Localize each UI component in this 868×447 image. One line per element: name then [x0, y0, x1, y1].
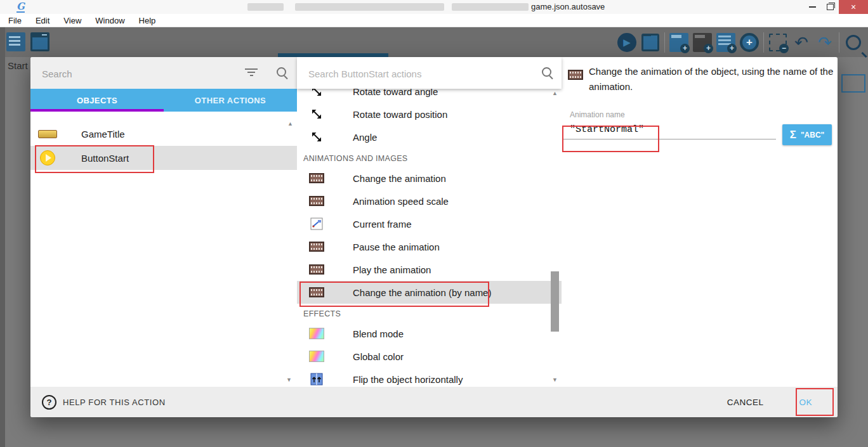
- sigma-icon: Σ: [790, 129, 796, 141]
- close-button[interactable]: ×: [839, 0, 868, 14]
- debug-icon[interactable]: [641, 33, 660, 52]
- panel-edge: [0, 27, 5, 447]
- action-label: Blend mode: [353, 328, 404, 339]
- action-label: Flip the object horizontally: [353, 374, 463, 385]
- field-label: Animation name: [570, 110, 625, 119]
- film-icon: [308, 173, 325, 183]
- action-label: Rotate toward position: [353, 109, 447, 120]
- film-icon: [308, 242, 325, 252]
- minimize-button[interactable]: [803, 0, 821, 14]
- search-icon[interactable]: [542, 67, 551, 77]
- objects-search-bar: [30, 57, 297, 89]
- actions-search-bar: [297, 57, 562, 89]
- scrollbar-thumb[interactable]: [551, 271, 559, 332]
- add-icon[interactable]: +: [740, 33, 759, 52]
- rotate-icon: [308, 131, 325, 143]
- flip-icon: [308, 373, 325, 385]
- add-event-icon[interactable]: +: [669, 33, 688, 52]
- expression-editor-label: "ABC": [801, 131, 824, 139]
- action-label: Change the animation: [353, 173, 446, 184]
- objects-search-input[interactable]: [41, 63, 233, 84]
- color-icon: [308, 328, 325, 339]
- filter-icon[interactable]: [245, 68, 258, 77]
- action-description: Change the animation of the object, usin…: [589, 64, 838, 94]
- action-row[interactable]: Flip the object horizontally: [297, 368, 562, 387]
- tab-other-actions[interactable]: OTHER ACTIONS: [164, 89, 297, 112]
- instruction-editor-dialog: OBJECTS OTHER ACTIONS GameTitleButtonSta…: [30, 57, 838, 417]
- tab-objects[interactable]: OBJECTS: [30, 89, 164, 112]
- film-icon: [308, 196, 325, 206]
- film-icon: [568, 70, 583, 80]
- action-label: Angle: [353, 132, 377, 143]
- annotation-box-change-animation-by-name: [299, 282, 489, 307]
- toolbar-separator: [763, 32, 764, 53]
- action-row[interactable]: Rotate toward position: [297, 103, 562, 126]
- annotation-box-animation-name-field: [562, 126, 659, 152]
- action-row[interactable]: Animation speed scale: [297, 190, 562, 212]
- section-header: ANIMATIONS AND IMAGES: [297, 148, 562, 167]
- restore-button[interactable]: [821, 0, 839, 14]
- annotation-box-buttonstart: [35, 145, 154, 173]
- redacted-title-block: [452, 3, 529, 11]
- object-tabs: OBJECTS OTHER ACTIONS: [30, 89, 297, 112]
- scene-editor-icon[interactable]: [30, 32, 49, 51]
- scroll-down-icon[interactable]: ▼: [286, 377, 292, 383]
- film-icon: [308, 264, 325, 275]
- delete-event-icon[interactable]: −: [768, 33, 787, 52]
- menu-file[interactable]: File: [1, 16, 29, 25]
- redacted-title-block: [295, 3, 444, 11]
- action-row[interactable]: Current frame: [297, 212, 562, 235]
- action-label: Play the animation: [353, 264, 431, 275]
- action-label: Pause the animation: [353, 242, 440, 252]
- add-subevent-icon[interactable]: +: [693, 33, 712, 52]
- action-row[interactable]: Angle: [297, 126, 562, 148]
- scroll-up-icon[interactable]: ▲: [552, 90, 558, 96]
- dialog-footer: ? HELP FOR THIS ACTION CANCEL OK: [30, 387, 838, 417]
- events-sheet-icon[interactable]: [6, 32, 25, 51]
- menu-window[interactable]: Window: [88, 16, 131, 25]
- background-tab-label: Start: [8, 60, 28, 71]
- frame-icon: [308, 217, 325, 230]
- background-input-outline: [841, 74, 865, 93]
- undo-icon[interactable]: ↶: [792, 33, 811, 52]
- action-row[interactable]: Play the animation: [297, 258, 562, 281]
- actions-list: Rotate toward angleRotate toward positio…: [297, 57, 562, 387]
- action-label: Animation speed scale: [353, 196, 449, 207]
- scroll-up-icon[interactable]: ▲: [287, 120, 293, 127]
- redo-icon[interactable]: ↷: [815, 33, 834, 52]
- object-label: GameTitle: [81, 129, 125, 139]
- action-label: Global color: [353, 351, 404, 362]
- actions-search-input[interactable]: [307, 63, 525, 84]
- cancel-button[interactable]: CANCEL: [723, 397, 768, 408]
- menu-bar: FileEditViewWindowHelp: [0, 14, 868, 27]
- action-row[interactable]: Blend mode: [297, 322, 562, 345]
- object-row-gametitle[interactable]: GameTitle: [30, 122, 297, 146]
- title-bar: G game.json.autosave ×: [0, 0, 868, 14]
- annotation-box-ok-button: [796, 388, 834, 416]
- gdevelop-logo-icon: G: [16, 1, 25, 13]
- search-icon[interactable]: [277, 67, 286, 77]
- action-row[interactable]: Change the animation: [297, 167, 562, 190]
- action-row[interactable]: Pause the animation: [297, 235, 562, 258]
- toolbar-separator: [664, 32, 665, 53]
- help-icon: ?: [42, 395, 56, 410]
- restore-icon: [827, 4, 834, 10]
- game-title-icon: [38, 130, 57, 138]
- menu-edit[interactable]: Edit: [29, 16, 56, 25]
- add-comment-icon[interactable]: +: [716, 33, 735, 52]
- expression-editor-button[interactable]: Σ "ABC": [782, 124, 832, 145]
- minimize-icon: [809, 6, 816, 8]
- action-label: Current frame: [353, 219, 412, 230]
- redacted-title-block: [247, 3, 284, 11]
- menu-view[interactable]: View: [56, 16, 88, 25]
- play-icon[interactable]: ▶: [617, 33, 636, 52]
- search-icon[interactable]: [844, 33, 863, 52]
- gdevelop-window: G game.json.autosave × FileEditViewWindo…: [0, 0, 868, 447]
- action-row[interactable]: Global color: [297, 345, 562, 368]
- window-title: game.json.autosave: [531, 2, 605, 11]
- menu-help[interactable]: Help: [132, 16, 163, 25]
- scroll-down-icon[interactable]: ▼: [552, 377, 558, 383]
- toolbar-separator: [839, 32, 839, 53]
- help-button[interactable]: HELP FOR THIS ACTION: [63, 398, 166, 407]
- color-icon: [308, 351, 325, 362]
